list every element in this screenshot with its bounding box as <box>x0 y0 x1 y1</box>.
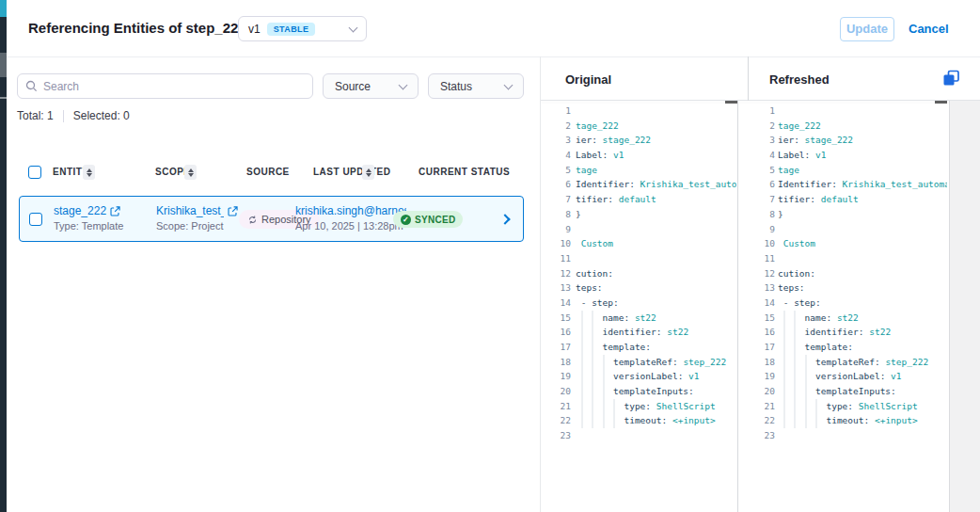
row-checkbox[interactable] <box>29 213 42 226</box>
copy-button[interactable] <box>942 70 963 90</box>
code-line: orgIdentifier: default <box>576 192 688 207</box>
synced-check-icon: ✓ <box>401 215 411 225</box>
code-line: - step: <box>778 296 899 311</box>
original-pane-title: Original <box>565 72 611 87</box>
rail-divider <box>0 97 7 99</box>
code-line: versionLabel: v1 <box>778 369 899 384</box>
code-line: name: stage_222 <box>576 119 688 134</box>
code-line: - step: <box>576 296 688 311</box>
pane-divider <box>737 101 738 512</box>
code-line: execution: <box>778 266 899 281</box>
code-line: versionLabel: v1 <box>576 148 688 163</box>
code-line: projectIdentifier: Krishika_test_automat… <box>778 177 899 192</box>
cancel-button[interactable]: Cancel <box>909 22 949 36</box>
refreshed-code-editor[interactable]: template: name: stage_222 identifier: st… <box>778 104 947 512</box>
code-line: type: ShellScript <box>778 399 899 414</box>
update-button[interactable]: Update <box>840 17 894 41</box>
code-line: steps: <box>576 280 688 296</box>
code-line: template: <box>576 104 688 119</box>
version-label: v1 <box>248 23 261 36</box>
totals-separator <box>63 110 64 122</box>
code-line: versionLabel: v1 <box>778 148 899 163</box>
original-line-numbers: 1234567891011121314151617181920212223 <box>541 104 571 443</box>
code-line: name: st22 <box>778 311 899 326</box>
totals-row: Total: 1 Selected: 0 <box>17 109 130 122</box>
external-link-icon[interactable] <box>110 206 120 216</box>
code-line: templateRef: step_222 <box>778 355 899 370</box>
sort-icon[interactable] <box>362 165 374 180</box>
code-line: type: Stage <box>576 163 688 178</box>
copy-icon <box>942 70 960 88</box>
chevron-down-icon <box>504 80 514 89</box>
code-line: orgIdentifier: default <box>778 192 899 207</box>
code-line: type: Stage <box>778 163 899 178</box>
code-line: versionLabel: v1 <box>576 369 688 384</box>
code-line: timeout: <+input> <box>778 413 899 428</box>
stable-badge: STABLE <box>267 23 316 36</box>
entity-name-link[interactable]: stage_222 <box>54 204 106 217</box>
scope-sub: Scope: Project <box>156 220 224 232</box>
code-line: execution: <box>576 266 688 281</box>
sort-icon[interactable] <box>184 165 197 180</box>
code-line: template: <box>778 340 899 355</box>
code-line: name: stage_222 <box>778 119 899 134</box>
code-line: identifier: stage_222 <box>576 133 688 148</box>
total-count: Total: 1 <box>17 109 54 122</box>
sort-icon[interactable] <box>83 165 95 180</box>
overview-ruler[interactable] <box>949 101 980 512</box>
app-rail <box>0 0 7 512</box>
code-line: templateInputs: <box>778 384 899 399</box>
updated-at: Apr 10, 2025 | 13:28pm <box>295 220 403 232</box>
scope-name-link[interactable]: Krishika_test_au... <box>156 204 224 217</box>
diff-header-border <box>541 100 980 101</box>
status-dropdown[interactable]: Status <box>428 73 524 99</box>
select-all-checkbox[interactable] <box>28 166 41 179</box>
code-line: spec: <box>778 251 899 266</box>
search-input[interactable] <box>43 80 305 93</box>
refreshed-line-numbers: 1234567891011121314151617181920212223 <box>750 104 775 443</box>
code-line: spec: <box>576 222 688 237</box>
entity-type: Type: Template <box>54 220 123 232</box>
updated-by[interactable]: krishika.singh@harnes... <box>295 204 406 217</box>
column-source: SOURCE <box>246 167 290 177</box>
external-link-icon[interactable] <box>228 206 238 216</box>
status-badge-label: SYNCED <box>415 215 455 225</box>
code-line: type: Custom <box>778 236 899 251</box>
code-line: identifier: st22 <box>576 325 688 340</box>
rail-logo-sliver <box>0 53 7 77</box>
code-line: tags: {} <box>778 207 899 222</box>
code-line: tags: {} <box>576 207 688 222</box>
column-last-updated: LAST UPDATED <box>313 167 390 177</box>
status-dropdown-label: Status <box>440 80 472 93</box>
code-line <box>778 428 899 443</box>
source-dropdown-label: Source <box>335 80 371 93</box>
code-line: spec: <box>778 222 899 237</box>
row-expand-chevron-icon[interactable] <box>499 214 510 224</box>
code-line <box>576 428 688 443</box>
chevron-down-icon <box>349 23 358 32</box>
refreshed-pane-title: Refreshed <box>769 72 830 87</box>
code-line: name: st22 <box>576 311 688 326</box>
column-current-status: CURRENT STATUS <box>419 167 510 177</box>
code-line: type: Custom <box>576 236 688 251</box>
pane-divider <box>748 56 749 101</box>
code-line: identifier: stage_222 <box>778 133 899 148</box>
search-icon <box>25 80 38 92</box>
source-dropdown[interactable]: Source <box>323 73 419 99</box>
code-line: template: <box>778 104 899 119</box>
code-line: templateInputs: <box>576 384 688 399</box>
version-select[interactable]: v1 STABLE <box>238 16 367 41</box>
code-line: timeout: <+input> <box>576 413 688 428</box>
code-line: steps: <box>778 280 899 296</box>
code-line: type: ShellScript <box>576 399 688 414</box>
table-row[interactable]: stage_222 Type: Template Krishika_test_a… <box>19 196 524 242</box>
search-box[interactable] <box>17 73 313 99</box>
page-title: Referencing Entities of step_222 <box>28 20 246 36</box>
repository-icon <box>247 215 258 225</box>
code-line: spec: <box>576 251 688 266</box>
code-line: projectIdentifier: Krishika_test_automat… <box>576 177 688 192</box>
status-badge: ✓ SYNCED <box>393 211 463 228</box>
code-line: templateRef: step_222 <box>576 355 688 370</box>
original-code-editor[interactable]: template: name: stage_222 identifier: st… <box>576 104 736 512</box>
chevron-down-icon <box>399 80 408 89</box>
